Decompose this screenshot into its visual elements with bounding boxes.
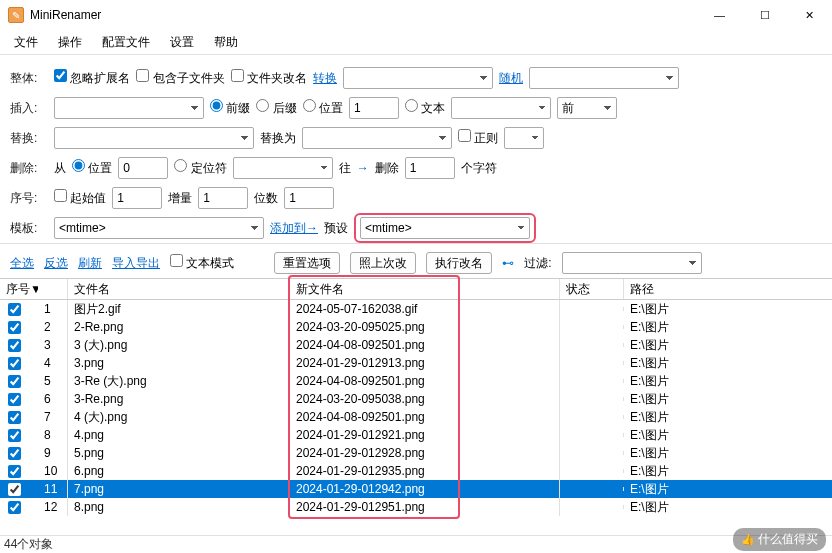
table-row[interactable]: 53-Re (大).png2024-04-08-092501.pngE:\图片 [0,372,832,390]
chk-include-sub[interactable]: 包含子文件夹 [136,69,224,87]
row-checkbox[interactable] [8,303,21,316]
table-row[interactable]: 95.png2024-01-29-012928.pngE:\图片 [0,444,832,462]
link-random[interactable]: 随机 [499,70,523,87]
btn-reset[interactable]: 重置选项 [274,252,340,274]
table-row[interactable]: 33 (大).png2024-04-08-092501.pngE:\图片 [0,336,832,354]
col-header-num[interactable]: 序号 ▼ [0,279,38,299]
label-replace-with: 替换为 [260,130,296,147]
combo-ins-before[interactable]: 前 [557,97,617,119]
col-header-status[interactable]: 状态 [560,279,624,299]
combo-template[interactable] [54,217,264,239]
link-select-all[interactable]: 全选 [10,255,34,272]
table-row[interactable]: 43.png2024-01-29-012913.pngE:\图片 [0,354,832,372]
combo-replace-from[interactable] [54,127,254,149]
cell-newname: 2024-01-29-012951.png [290,498,560,516]
pin-icon[interactable]: ⊷ [502,256,514,270]
col-header-newname[interactable]: 新文件名 [290,279,560,299]
menu-help[interactable]: 帮助 [204,32,248,53]
label-del: 删除 [375,160,399,177]
cell-num: 2 [38,318,68,336]
window-buttons: — ☐ ✕ [697,0,832,30]
btn-execute[interactable]: 执行改名 [426,252,492,274]
combo-random[interactable] [529,67,679,89]
cell-status [560,451,624,455]
num-ins-pos[interactable] [349,97,399,119]
radio-prefix[interactable]: 前缀 [210,99,250,117]
menu-separator [0,54,832,55]
chk-rename-folder[interactable]: 文件夹改名 [231,69,307,87]
table-row[interactable]: 22-Re.png2024-03-20-095025.pngE:\图片 [0,318,832,336]
cell-num: 1 [38,300,68,318]
combo-regex-help[interactable] [504,127,544,149]
link-invert[interactable]: 反选 [44,255,68,272]
row-checkbox[interactable] [8,465,21,478]
table-row[interactable]: 63-Re.png2024-03-20-095038.pngE:\图片 [0,390,832,408]
label-chars: 个字符 [461,160,497,177]
row-checkbox[interactable] [8,393,21,406]
maximize-button[interactable]: ☐ [742,0,787,30]
chk-text-mode[interactable]: 文本模式 [170,254,234,272]
minimize-button[interactable]: — [697,0,742,30]
radio-suffix[interactable]: 后缀 [256,99,296,117]
list-toolbar: 全选 反选 刷新 导入导出 文本模式 重置选项 照上次改 执行改名 ⊷ 过滤: [0,248,832,278]
num-start[interactable] [112,187,162,209]
chk-regex[interactable]: 正则 [458,129,498,147]
row-checkbox[interactable] [8,411,21,424]
menu-operate[interactable]: 操作 [48,32,92,53]
cell-newname: 2024-03-20-095038.png [290,390,560,408]
row-checkbox[interactable] [8,501,21,514]
combo-filter[interactable] [562,252,702,274]
cell-newname: 2024-01-29-012935.png [290,462,560,480]
cell-path: E:\图片 [624,497,832,518]
combo-ins-text[interactable] [451,97,551,119]
combo-del-locator[interactable] [233,157,333,179]
num-del-pos[interactable] [118,157,168,179]
arrow-right-icon[interactable]: → [357,161,369,175]
btn-last[interactable]: 照上次改 [350,252,416,274]
menu-settings[interactable]: 设置 [160,32,204,53]
row-checkbox[interactable] [8,375,21,388]
cell-num: 8 [38,426,68,444]
table-row[interactable]: 117.png2024-01-29-012942.pngE:\图片 [0,480,832,498]
col-header-path[interactable]: 路径 [624,279,832,299]
table-row[interactable]: 128.png2024-01-29-012951.pngE:\图片 [0,498,832,516]
num-digits[interactable] [284,187,334,209]
combo-insert[interactable] [54,97,204,119]
row-checkbox[interactable] [8,447,21,460]
link-import-export[interactable]: 导入导出 [112,255,160,272]
row-checkbox[interactable] [8,483,21,496]
link-convert[interactable]: 转换 [313,70,337,87]
menu-config[interactable]: 配置文件 [92,32,160,53]
link-addto[interactable]: 添加到→ [270,220,318,237]
table-row[interactable]: 74 (大).png2024-04-08-092501.pngE:\图片 [0,408,832,426]
menu-file[interactable]: 文件 [4,32,48,53]
label-insert: 插入: [10,100,48,117]
cell-status [560,505,624,509]
label-filter: 过滤: [524,255,551,272]
radio-del-locator[interactable]: 定位符 [174,159,226,177]
combo-preset[interactable] [360,217,530,239]
table-row[interactable]: 1图片2.gif2024-05-07-162038.gifE:\图片 [0,300,832,318]
table-row[interactable]: 106.png2024-01-29-012935.pngE:\图片 [0,462,832,480]
cell-status [560,415,624,419]
num-step[interactable] [198,187,248,209]
row-checkbox[interactable] [8,321,21,334]
cell-status [560,469,624,473]
table-row[interactable]: 84.png2024-01-29-012921.pngE:\图片 [0,426,832,444]
chk-ignore-ext[interactable]: 忽略扩展名 [54,69,130,87]
radio-del-pos[interactable]: 位置 [72,159,112,177]
row-checkbox[interactable] [8,339,21,352]
row-checkbox[interactable] [8,429,21,442]
col-header-name[interactable]: 文件名 [68,279,290,299]
separator-2 [0,243,832,244]
link-refresh[interactable]: 刷新 [78,255,102,272]
label-delete: 删除: [10,160,48,177]
radio-ins-pos[interactable]: 位置 [303,99,343,117]
chk-start[interactable]: 起始值 [54,189,106,207]
close-button[interactable]: ✕ [787,0,832,30]
row-checkbox[interactable] [8,357,21,370]
num-del-count[interactable] [405,157,455,179]
combo-convert[interactable] [343,67,493,89]
combo-replace-to[interactable] [302,127,452,149]
radio-ins-text[interactable]: 文本 [405,99,445,117]
